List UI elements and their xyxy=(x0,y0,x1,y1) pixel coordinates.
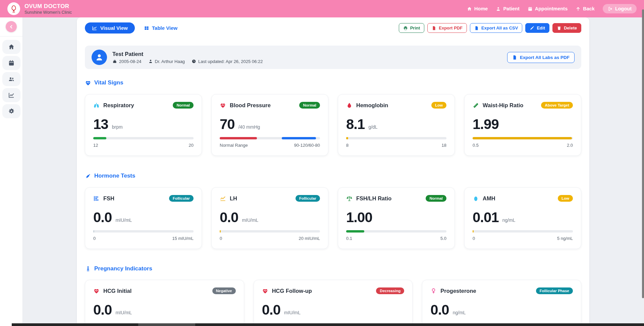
range-min: 0 xyxy=(220,236,222,241)
card-unit: g/dL xyxy=(368,124,377,131)
card-hcg-initial: HCG Initial Negative 0.0 mIU/mL xyxy=(85,280,244,326)
logout-button[interactable]: Logout xyxy=(603,4,637,13)
clock-icon xyxy=(192,59,196,64)
patient-doctor-value: Dr. Arthur Haag xyxy=(155,59,185,64)
range-max: 20 xyxy=(189,143,194,148)
export-all-labs-label: Export All Labs as PDF xyxy=(520,55,570,60)
female-icon xyxy=(430,288,437,294)
calendar-icon xyxy=(528,6,533,11)
edit-label: Edit xyxy=(537,25,545,30)
sidebar xyxy=(0,17,23,326)
chart-line-icon xyxy=(92,25,97,31)
sidebar-item-home[interactable] xyxy=(2,40,20,54)
baby-icon xyxy=(85,266,91,272)
patient-avatar xyxy=(92,50,107,65)
arrow-up-icon xyxy=(576,6,581,11)
tab-visual-view[interactable]: Visual View xyxy=(85,22,135,34)
nav-appointments[interactable]: Appointments xyxy=(528,6,568,11)
app-subtitle: Sunshine Women's Clinic xyxy=(24,10,72,15)
card-lh: LH Follicular 0.0 mIU/mL 0 20 mIU/mL xyxy=(211,187,328,249)
status-badge: Negative xyxy=(212,287,236,294)
nav-appointments-label: Appointments xyxy=(535,6,568,11)
progress-fill xyxy=(473,230,474,233)
progress-fill xyxy=(93,230,94,233)
app-header: OVUM DOCTOR Sunshine Women's Clinic Home… xyxy=(0,0,644,17)
print-button[interactable]: Print xyxy=(399,23,425,33)
card-title: FSH/LH Ratio xyxy=(356,195,391,202)
progress-track xyxy=(473,230,573,233)
range-max: 20 mIU/mL xyxy=(299,236,320,241)
delete-label: Delete xyxy=(564,25,577,30)
person-icon xyxy=(95,53,104,62)
card-unit: /40 mmHg xyxy=(238,124,260,131)
card-value: 0.0 xyxy=(93,210,112,224)
header-nav: Home Patient Appointments Back Logout xyxy=(467,4,637,13)
patient-last-updated: Last updated: Apr 26, 2025 06:22 xyxy=(192,59,263,64)
tab-table-view[interactable]: Table View xyxy=(144,25,177,31)
bar-chart-icon xyxy=(93,195,100,202)
main-panel: Visual View Table View Print Export PDF … xyxy=(77,17,589,326)
horizontal-scrollbar-thumb[interactable] xyxy=(138,323,195,326)
section-title-text: Pregnancy Indicators xyxy=(94,265,152,272)
sidebar-collapse-wrap xyxy=(0,17,22,37)
home-icon xyxy=(467,6,472,11)
vertical-scrollbar-thumb[interactable] xyxy=(642,9,644,298)
patient-details: Test Patient 2005-08-24 Dr. Arthur Haag … xyxy=(112,51,263,64)
nav-patient[interactable]: Patient xyxy=(496,6,519,11)
range-min: 0.1 xyxy=(346,236,352,241)
print-label: Print xyxy=(410,25,420,30)
section-title-text: Hormone Tests xyxy=(94,173,136,179)
patient-meta: 2005-08-24 Dr. Arthur Haag Last updated:… xyxy=(112,59,263,64)
sidebar-item-patients[interactable] xyxy=(2,72,20,86)
card-value: 1.00 xyxy=(346,210,372,224)
export-all-labs-button[interactable]: Export All Labs as PDF xyxy=(507,52,575,63)
edit-button[interactable]: Edit xyxy=(525,23,549,33)
card-value: 8.1 xyxy=(346,117,365,131)
sidebar-item-settings[interactable] xyxy=(2,104,20,118)
home-icon xyxy=(8,44,15,50)
card-unit: mIU/mL xyxy=(115,217,132,224)
status-badge: Low xyxy=(558,195,573,202)
card-title: AMH xyxy=(483,195,495,202)
export-csv-label: Export All as CSV xyxy=(481,25,518,30)
range-min: 0 xyxy=(473,236,475,241)
status-badge: Normal xyxy=(173,102,194,109)
card-fsh: FSH Follicular 0.0 mIU/mL 0 15 mIU/mL xyxy=(85,187,202,249)
syringe-icon xyxy=(85,173,91,179)
card-title: Waist-Hip Ratio xyxy=(483,102,523,109)
delete-button[interactable]: Delete xyxy=(552,23,581,33)
patient-info-bar: Test Patient 2005-08-24 Dr. Arthur Haag … xyxy=(85,46,581,69)
card-title: LH xyxy=(230,195,237,202)
card-title: HCG Initial xyxy=(103,288,131,294)
balance-scale-icon xyxy=(346,195,353,202)
nav-back[interactable]: Back xyxy=(576,6,595,11)
range-max: 5 ng/mL xyxy=(557,236,573,241)
nav-home[interactable]: Home xyxy=(467,6,488,11)
logout-label: Logout xyxy=(615,6,632,11)
heart-pulse-icon xyxy=(93,288,100,294)
nav-back-label: Back xyxy=(583,6,595,11)
logout-icon xyxy=(608,6,613,11)
export-pdf-button[interactable]: Export PDF xyxy=(427,23,467,33)
card-respiratory: Respiratory Normal 13 brpm 12 20 xyxy=(85,94,202,156)
card-amh: AMH Low 0.01 ng/mL 0 5 ng/mL xyxy=(464,187,581,249)
progress-fill-diastolic xyxy=(282,137,316,139)
sidebar-collapse-button[interactable] xyxy=(6,21,17,32)
card-blood-pressure: Blood Pressure Normal 70 /40 mmHg Normal… xyxy=(211,94,328,156)
pregnancy-cards-row: HCG Initial Negative 0.0 mIU/mL HCG Foll… xyxy=(85,280,581,326)
card-hcg-follow-up: HCG Follow-up Decreasing 0.0 mIU/mL xyxy=(254,280,413,326)
calendar-icon xyxy=(8,60,15,66)
status-badge: Above Target xyxy=(541,102,573,109)
birthday-cake-icon xyxy=(112,59,117,64)
card-value: 1.99 xyxy=(473,117,499,131)
trash-icon xyxy=(557,26,561,30)
export-csv-button[interactable]: Export All as CSV xyxy=(470,23,522,33)
card-hemoglobin: Hemoglobin Low 8.1 g/dL 8 18 xyxy=(338,94,455,156)
lungs-icon xyxy=(93,102,100,109)
sidebar-item-analytics[interactable] xyxy=(2,88,20,102)
horizontal-scrollbar[interactable] xyxy=(12,323,644,326)
sidebar-item-appointments[interactable] xyxy=(2,56,20,70)
clinic-logo xyxy=(7,2,20,15)
progress-track xyxy=(473,137,573,139)
nav-home-label: Home xyxy=(474,6,488,11)
